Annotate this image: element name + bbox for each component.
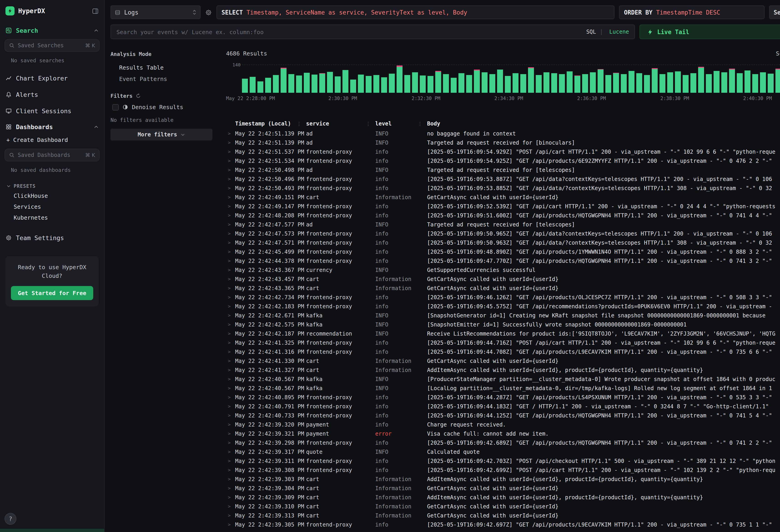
column-header-level[interactable]: level⋮ xyxy=(375,120,427,127)
histogram-bar[interactable] xyxy=(466,75,472,93)
histogram-bar[interactable] xyxy=(567,71,573,93)
histogram-bar[interactable] xyxy=(582,74,588,93)
refresh-icon[interactable] xyxy=(136,93,141,99)
row-expand-chevron[interactable]: > xyxy=(226,193,235,202)
order-by-input[interactable]: ORDER BY TimestampTime DESC xyxy=(619,5,765,19)
preset-item-clickhouse[interactable]: ClickHouse xyxy=(0,191,104,201)
histogram-bar[interactable] xyxy=(706,74,712,93)
table-row[interactable]: >May 22 2:42:40.567 PMkafkaINFO[Producer… xyxy=(226,375,780,384)
histogram-bar[interactable] xyxy=(551,73,557,93)
table-row[interactable]: >May 22 2:42:47.571 PMfrontend-proxyinfo… xyxy=(226,238,780,247)
table-row[interactable]: >May 22 2:42:44.378 PMfrontend-proxyinfo… xyxy=(226,256,780,265)
table-row[interactable]: >May 22 2:42:42.575 PMkafkaINFO[Snapshot… xyxy=(226,320,780,329)
histogram-bar[interactable] xyxy=(505,76,511,93)
denoise-checkbox[interactable] xyxy=(112,104,119,110)
histogram-bar[interactable] xyxy=(729,69,735,93)
histogram-bar[interactable] xyxy=(536,75,542,93)
histogram-bar[interactable] xyxy=(690,73,696,93)
table-row[interactable]: >May 22 2:42:50.496 PMfrontend-proxyinfo… xyxy=(226,175,780,184)
histogram-bar[interactable] xyxy=(520,74,526,93)
row-expand-chevron[interactable]: > xyxy=(226,320,235,329)
row-expand-chevron[interactable]: > xyxy=(226,247,235,256)
sidebar-item-chart-explorer[interactable]: Chart Explorer xyxy=(0,70,104,86)
histogram-bar[interactable] xyxy=(768,74,774,93)
select-query-input[interactable]: SELECT Timestamp, ServiceName as service… xyxy=(216,5,615,19)
row-expand-chevron[interactable]: > xyxy=(226,147,235,156)
row-expand-chevron[interactable]: > xyxy=(226,447,235,456)
table-row[interactable]: >May 22 2:42:40.791 PMfrontend-proxyinfo… xyxy=(226,402,780,411)
table-row[interactable]: >May 22 2:42:41.327 PMcartInformationAdd… xyxy=(226,366,780,375)
column-resize-handle[interactable]: ⋮ xyxy=(297,121,301,127)
row-expand-chevron[interactable]: > xyxy=(226,429,235,438)
table-row[interactable]: >May 22 2:42:45.499 PMfrontend-proxyinfo… xyxy=(226,247,780,256)
histogram-bar[interactable] xyxy=(605,75,611,93)
row-expand-chevron[interactable]: > xyxy=(226,356,235,366)
get-started-button[interactable]: Get Started for Free xyxy=(11,286,93,300)
histogram-bar[interactable] xyxy=(327,71,333,93)
table-row[interactable]: >May 22 2:42:40.733 PMfrontend-proxyinfo… xyxy=(226,411,780,420)
table-row[interactable]: >May 22 2:42:42.183 PMfrontend-proxyinfo… xyxy=(226,302,780,311)
table-row[interactable]: >May 22 2:42:49.151 PMcartInformationGet… xyxy=(226,193,780,202)
preset-item-kubernetes[interactable]: Kubernetes xyxy=(0,212,104,223)
histogram-bar[interactable] xyxy=(636,73,642,93)
table-row[interactable]: >May 22 2:42:51.537 PMfrontend-proxyinfo… xyxy=(226,147,780,156)
table-row[interactable]: >May 22 2:42:51.534 PMfrontend-proxyinfo… xyxy=(226,156,780,165)
table-row[interactable]: >May 22 2:42:48.208 PMfrontend-proxyinfo… xyxy=(226,211,780,220)
search-button[interactable]: Search xyxy=(769,5,780,19)
table-row[interactable]: >May 22 2:42:39.313 PMcartInformationGet… xyxy=(226,511,780,520)
histogram-bar[interactable] xyxy=(404,75,410,93)
row-expand-chevron[interactable]: > xyxy=(226,329,235,338)
mode-results-table[interactable]: Results Table xyxy=(110,62,218,73)
table-row[interactable]: >May 22 2:42:39.311 PMfrontend-proxyinfo… xyxy=(226,456,780,466)
histogram-bar[interactable] xyxy=(250,77,256,93)
table-row[interactable]: >May 22 2:42:39.317 PMquoteINFOCalculate… xyxy=(226,447,780,456)
histogram-bar[interactable] xyxy=(319,73,325,93)
row-expand-chevron[interactable]: > xyxy=(226,366,235,375)
row-expand-chevron[interactable]: > xyxy=(226,238,235,247)
column-resize-handle[interactable]: ⋮ xyxy=(366,121,371,127)
table-row[interactable]: >May 22 2:42:40.567 PMkafkaINFO[LocalLog… xyxy=(226,384,780,393)
histogram-bar[interactable] xyxy=(288,74,294,93)
table-row[interactable]: >May 22 2:42:39.304 PMcartInformationGet… xyxy=(226,484,780,493)
row-expand-chevron[interactable]: > xyxy=(226,411,235,420)
histogram-bar[interactable] xyxy=(304,73,310,93)
sql-toggle[interactable]: SQL xyxy=(586,29,596,35)
histogram-bar[interactable] xyxy=(667,72,673,93)
histogram-bar[interactable] xyxy=(760,72,766,93)
histogram-bar[interactable] xyxy=(281,68,287,93)
histogram-bar[interactable] xyxy=(311,74,318,93)
sidebar-item-team-settings[interactable]: Team Settings xyxy=(0,230,104,246)
column-header-timestamp[interactable]: Timestamp (Local)⋮ xyxy=(235,120,306,127)
histogram-bar[interactable] xyxy=(543,72,549,93)
table-row[interactable]: >May 22 2:42:43.367 PMcurrencyINFOGetSup… xyxy=(226,265,780,275)
row-expand-chevron[interactable]: > xyxy=(226,420,235,429)
row-expand-chevron[interactable]: > xyxy=(226,256,235,265)
sidebar-item-client-sessions[interactable]: Client Sessions xyxy=(0,103,104,119)
histogram-bar[interactable] xyxy=(273,75,279,93)
row-expand-chevron[interactable]: > xyxy=(226,265,235,275)
sidebar-item-dashboards[interactable]: Dashboards xyxy=(0,119,104,135)
table-row[interactable]: >May 22 2:42:43.457 PMcartInformationGet… xyxy=(226,275,780,284)
histogram-bar[interactable] xyxy=(257,81,263,93)
table-row[interactable]: >May 22 2:42:51.139 PMadINFOTargeted ad … xyxy=(226,138,780,147)
table-row[interactable]: >May 22 2:42:42.187 PMrecommendationINFO… xyxy=(226,329,780,338)
histogram-bar[interactable] xyxy=(675,71,681,93)
column-header-body[interactable]: Body xyxy=(427,120,780,127)
table-row[interactable]: >May 22 2:42:42.734 PMfrontend-proxyinfo… xyxy=(226,293,780,302)
column-resize-handle[interactable]: ⋮ xyxy=(418,121,423,127)
row-expand-chevron[interactable]: > xyxy=(226,493,235,502)
row-expand-chevron[interactable]: > xyxy=(226,393,235,402)
source-settings-gear-icon[interactable] xyxy=(205,9,212,16)
row-expand-chevron[interactable]: > xyxy=(226,175,235,184)
row-expand-chevron[interactable]: > xyxy=(226,511,235,520)
table-row[interactable]: >May 22 2:42:41.316 PMfrontend-proxyinfo… xyxy=(226,347,780,356)
histogram-bar[interactable] xyxy=(752,74,758,93)
row-expand-chevron[interactable]: > xyxy=(226,475,235,484)
histogram-bar[interactable] xyxy=(381,77,387,93)
row-expand-chevron[interactable]: > xyxy=(226,156,235,165)
table-row[interactable]: >May 22 2:42:39.305 PMfrontend-proxyinfo… xyxy=(226,520,780,529)
histogram-bar[interactable] xyxy=(242,79,248,93)
histogram-bar[interactable] xyxy=(775,69,780,93)
table-row[interactable]: >May 22 2:42:39.310 PMcartInformationGet… xyxy=(226,502,780,511)
row-expand-chevron[interactable]: > xyxy=(226,484,235,493)
